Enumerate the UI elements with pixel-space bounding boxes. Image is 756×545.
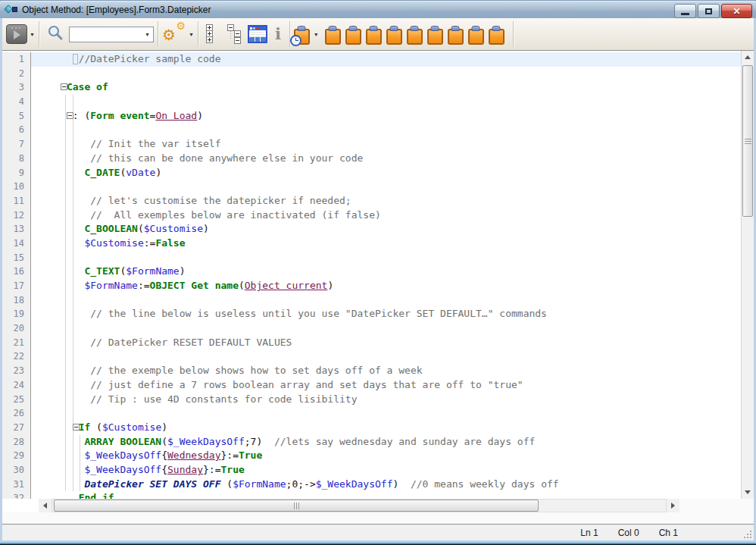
code-line[interactable]: 20	[2, 321, 741, 336]
line-number[interactable]: 19	[2, 307, 31, 321]
code-line[interactable]: 14 $Customise:=False	[2, 236, 741, 251]
clipboard-slot-button[interactable]	[448, 27, 464, 45]
resize-grip[interactable]	[750, 531, 751, 532]
clipboard-history-button[interactable]	[294, 27, 310, 45]
code-line[interactable]: 13 C_BOOLEAN($Customise)	[2, 222, 741, 236]
code-text[interactable]: // DatePicker RESET DEFAULT VALUES	[31, 336, 741, 350]
code-line[interactable]: 17 $FormName:=OBJECT Get name(Object cur…	[2, 279, 741, 293]
code-line[interactable]: 8 // this can be done anywhere else in y…	[2, 152, 741, 166]
collapse-all-button[interactable]	[226, 23, 242, 45]
line-number[interactable]: 12	[2, 208, 31, 223]
scroll-left-button[interactable]	[39, 499, 52, 512]
line-number[interactable]: 26	[2, 406, 31, 421]
code-line[interactable]: 30 $_WeekDaysOff{Sunday}:=True	[2, 463, 741, 478]
code-text[interactable]: ARRAY BOOLEAN($_WeekDaysOff;7) //lets sa…	[31, 435, 741, 449]
line-number[interactable]: 18	[2, 293, 31, 308]
code-line[interactable]: 32 End if	[2, 491, 741, 499]
code-text[interactable]: // just define a 7 rows boolean array an…	[31, 378, 741, 393]
expand-all-button[interactable]	[205, 23, 221, 45]
scroll-down-button[interactable]	[742, 486, 754, 499]
clipboard-slot-button[interactable]	[468, 27, 484, 45]
code-text[interactable]: // Init the var itself	[31, 137, 741, 152]
code-text[interactable]	[31, 251, 741, 265]
code-line[interactable]: 1 //DatePicker sample code	[2, 52, 741, 67]
code-line[interactable]: 7 // Init the var itself	[2, 137, 741, 152]
code-text[interactable]: DatePicker SET DAYS OFF ($FormName;0;->$…	[31, 478, 741, 492]
line-number[interactable]: 22	[2, 349, 31, 364]
code-line[interactable]: 29 $_WeekDaysOff{Wednesday}:=True	[2, 449, 741, 463]
run-dropdown-arrow-icon[interactable]: ▼	[30, 32, 35, 37]
line-number[interactable]: 20	[2, 321, 31, 336]
form-preview-button[interactable]	[248, 25, 267, 43]
line-number[interactable]: 32	[2, 491, 31, 499]
code-text[interactable]: //DatePicker sample code	[31, 52, 741, 67]
fold-toggle-icon[interactable]	[61, 83, 67, 90]
clipboard-slot-button[interactable]	[345, 27, 361, 45]
code-line[interactable]: 27 If ($Customise)	[2, 421, 741, 435]
clipboard-slot-button[interactable]	[489, 27, 505, 45]
line-number[interactable]: 16	[2, 265, 31, 279]
line-number[interactable]: 13	[2, 222, 31, 236]
fold-toggle-icon[interactable]	[73, 424, 80, 431]
code-line[interactable]: 10	[2, 180, 741, 194]
code-line[interactable]: 21 // DatePicker RESET DEFAULT VALUES	[2, 336, 741, 350]
horizontal-scrollbar[interactable]	[52, 499, 667, 512]
code-line[interactable]: 25 // Tip : use 4D constants for code li…	[2, 393, 741, 407]
horizontal-scroll-thumb[interactable]	[54, 500, 539, 512]
code-line[interactable]: 9 C_DATE(vDate)	[2, 166, 741, 180]
code-line[interactable]: 31 DatePicker SET DAYS OFF ($FormName;0;…	[2, 478, 741, 492]
line-number[interactable]: 5	[2, 109, 31, 124]
scroll-right-button[interactable]	[667, 499, 679, 512]
line-number[interactable]: 7	[2, 137, 31, 152]
code-line[interactable]: 18	[2, 293, 741, 308]
title-bar[interactable]: Object Method: [Employees].Form3.Datepic…	[0, 1, 756, 18]
code-text[interactable]: // Tip : use 4D constants for code lisib…	[31, 393, 741, 407]
code-text[interactable]	[31, 321, 741, 336]
code-text[interactable]: Case of	[31, 80, 741, 95]
vertical-scrollbar[interactable]	[741, 51, 754, 499]
code-line[interactable]: 28 ARRAY BOOLEAN($_WeekDaysOff;7) //lets…	[2, 435, 741, 449]
close-button[interactable]: ✕	[721, 4, 752, 18]
code-text[interactable]	[31, 180, 741, 194]
clipboard-slot-button[interactable]	[407, 27, 423, 45]
line-number[interactable]: 14	[2, 236, 31, 251]
line-number[interactable]: 27	[2, 421, 31, 435]
code-text[interactable]	[31, 293, 741, 308]
fold-toggle-icon[interactable]	[67, 112, 73, 119]
line-number[interactable]: 17	[2, 279, 31, 293]
line-number[interactable]: 24	[2, 378, 31, 393]
code-line[interactable]: 22	[2, 349, 741, 364]
clipboard-slot-button[interactable]	[325, 27, 341, 45]
vertical-scroll-thumb[interactable]	[742, 65, 753, 217]
code-text[interactable]: If ($Customise)	[31, 421, 741, 435]
code-line[interactable]: 19 // the line below is useless until yo…	[2, 307, 741, 321]
line-number[interactable]: 10	[2, 180, 31, 194]
run-method-button[interactable]	[6, 24, 27, 44]
line-number[interactable]: 8	[2, 152, 31, 166]
minimize-button[interactable]	[674, 4, 696, 18]
code-text[interactable]: // All exemples below are inactivated (i…	[31, 208, 741, 223]
code-line[interactable]: 15	[2, 251, 741, 265]
line-number[interactable]: 3	[2, 80, 31, 95]
code-text[interactable]: $Customise:=False	[31, 236, 741, 251]
line-number[interactable]: 11	[2, 194, 31, 208]
code-text[interactable]: // the line below is useless until you u…	[31, 307, 741, 321]
line-number[interactable]: 21	[2, 336, 31, 350]
code-line[interactable]: 4	[2, 95, 741, 109]
code-line[interactable]: 11 // let's customise the datepicker if …	[2, 194, 741, 208]
line-number[interactable]: 2	[2, 67, 31, 81]
line-number[interactable]: 15	[2, 251, 31, 265]
code-line[interactable]: 16 C_TEXT($FormName)	[2, 265, 741, 279]
code-line[interactable]: 3 Case of	[2, 80, 741, 95]
clipboard-dropdown-arrow-icon[interactable]: ▼	[314, 32, 319, 37]
code-text[interactable]	[31, 123, 741, 137]
search-dropdown-button[interactable]: ▼	[142, 27, 153, 42]
clipboard-slot-button[interactable]	[427, 27, 443, 45]
code-text[interactable]: End if	[31, 491, 741, 499]
clipboard-slot-button[interactable]	[386, 27, 402, 45]
code-line[interactable]: 2	[2, 67, 741, 81]
code-line[interactable]: 26	[2, 406, 741, 421]
line-number[interactable]: 6	[2, 123, 31, 137]
code-text[interactable]	[31, 406, 741, 421]
line-number[interactable]: 30	[2, 463, 31, 478]
